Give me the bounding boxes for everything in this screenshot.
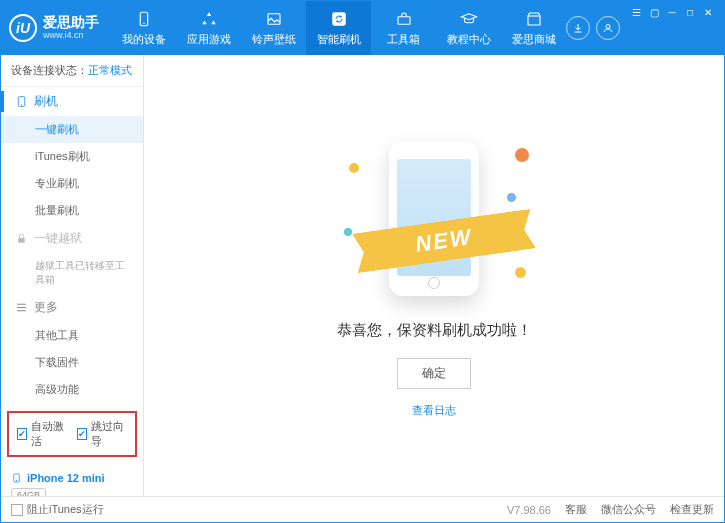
svg-rect-4 (398, 16, 410, 24)
version-label: V7.98.66 (507, 504, 551, 516)
nav-label: 工具箱 (387, 32, 420, 47)
main-nav: 我的设备 应用游戏 铃声壁纸 智能刷机 工具箱 教程中心 (111, 1, 566, 55)
device-name-row[interactable]: iPhone 12 mini (11, 471, 133, 485)
checkbox-icon (11, 504, 23, 516)
download-button[interactable] (566, 16, 590, 40)
nav-store[interactable]: 爱思商城 (501, 1, 566, 55)
check-icon: ✔ (17, 428, 27, 440)
svg-point-1 (143, 22, 145, 24)
sidebar-item-other-tools[interactable]: 其他工具 (1, 322, 143, 349)
svg-point-10 (16, 480, 17, 481)
app-url: www.i4.cn (43, 31, 99, 41)
nav-smart-flash[interactable]: 智能刷机 (306, 1, 371, 55)
nav-label: 智能刷机 (317, 32, 361, 47)
conn-label: 设备连接状态： (11, 64, 88, 76)
conn-value: 正常模式 (88, 64, 132, 76)
section-label: 一键越狱 (34, 230, 82, 247)
nav-ringtone-wallpaper[interactable]: 铃声壁纸 (241, 1, 306, 55)
svg-point-5 (606, 25, 610, 29)
svg-point-7 (21, 104, 22, 105)
sidebar-item-pro-flash[interactable]: 专业刷机 (1, 170, 143, 197)
graduation-icon (460, 10, 478, 28)
nav-label: 我的设备 (122, 32, 166, 47)
nav-toolbox[interactable]: 工具箱 (371, 1, 436, 55)
ok-button[interactable]: 确定 (397, 358, 471, 389)
nav-my-device[interactable]: 我的设备 (111, 1, 176, 55)
success-illustration: NEW (344, 133, 524, 303)
sidebar: 设备连接状态：正常模式 刷机 一键刷机 iTunes刷机 专业刷机 批量刷机 一… (1, 55, 144, 496)
device-phone-icon (11, 471, 22, 485)
checkbox-label: 跳过向导 (91, 419, 127, 449)
device-name: iPhone 12 mini (27, 472, 105, 484)
device-storage: 64GB (11, 488, 46, 496)
phone-icon (135, 10, 153, 28)
footer-check-update[interactable]: 检查更新 (670, 502, 714, 517)
sidebar-section-more[interactable]: 更多 (1, 293, 143, 322)
menu-icon[interactable]: ☰ (628, 5, 644, 19)
maximize-button[interactable]: □ (682, 5, 698, 19)
sidebar-item-download-firmware[interactable]: 下载固件 (1, 349, 143, 376)
sidebar-section-flash[interactable]: 刷机 (1, 87, 143, 116)
app-title: 爱思助手 (43, 15, 99, 30)
nav-apps-games[interactable]: 应用游戏 (176, 1, 241, 55)
logo-zone: iU 爱思助手 www.i4.cn (9, 14, 111, 42)
refresh-icon (330, 10, 348, 28)
toolbox-icon (395, 10, 413, 28)
view-log-link[interactable]: 查看日志 (412, 403, 456, 418)
check-icon: ✔ (77, 428, 87, 440)
nav-label: 应用游戏 (187, 32, 231, 47)
user-button[interactable] (596, 16, 620, 40)
sidebar-section-jailbreak[interactable]: 一键越狱 (1, 224, 143, 253)
nav-label: 教程中心 (447, 32, 491, 47)
connection-status: 设备连接状态：正常模式 (1, 55, 143, 87)
window-controls: ☰ ▢ ─ □ ✕ (628, 1, 716, 55)
sidebar-item-oneclick-flash[interactable]: 一键刷机 (1, 116, 143, 143)
logo-mark: iU (9, 14, 37, 42)
sidebar-item-advanced[interactable]: 高级功能 (1, 376, 143, 403)
svg-rect-8 (18, 238, 25, 243)
nav-tutorials[interactable]: 教程中心 (436, 1, 501, 55)
sidebar-item-batch-flash[interactable]: 批量刷机 (1, 197, 143, 224)
checkbox-skip-guide[interactable]: ✔ 跳过向导 (77, 419, 127, 449)
footer-wechat[interactable]: 微信公众号 (601, 502, 656, 517)
title-bar: iU 爱思助手 www.i4.cn 我的设备 应用游戏 铃声壁纸 智能刷机 (1, 1, 724, 55)
device-info: iPhone 12 mini 64GB Down-12mini-13,1 (1, 465, 143, 496)
minimize-button[interactable]: ─ (664, 5, 680, 19)
jailbreak-note: 越狱工具已转移至工具箱 (1, 253, 143, 293)
wallpaper-icon (265, 10, 283, 28)
checkbox-block-itunes[interactable]: 阻止iTunes运行 (11, 502, 104, 517)
nav-label: 铃声壁纸 (252, 32, 296, 47)
options-highlight: ✔ 自动激活 ✔ 跳过向导 (7, 411, 137, 457)
section-label: 更多 (34, 299, 58, 316)
section-label: 刷机 (34, 93, 58, 110)
status-bar: 阻止iTunes运行 V7.98.66 客服 微信公众号 检查更新 (1, 496, 724, 522)
apps-icon (200, 10, 218, 28)
close-button[interactable]: ✕ (700, 5, 716, 19)
main-content: NEW 恭喜您，保资料刷机成功啦！ 确定 查看日志 (144, 55, 724, 496)
svg-rect-3 (332, 12, 346, 26)
success-message: 恭喜您，保资料刷机成功啦！ (337, 321, 532, 340)
app-window: iU 爱思助手 www.i4.cn 我的设备 应用游戏 铃声壁纸 智能刷机 (0, 0, 725, 523)
checkbox-auto-activate[interactable]: ✔ 自动激活 (17, 419, 67, 449)
sidebar-item-itunes-flash[interactable]: iTunes刷机 (1, 143, 143, 170)
store-icon (525, 10, 543, 28)
nav-label: 爱思商城 (512, 32, 556, 47)
checkbox-label: 阻止iTunes运行 (27, 502, 104, 517)
skin-icon[interactable]: ▢ (646, 5, 662, 19)
checkbox-label: 自动激活 (31, 419, 67, 449)
footer-service[interactable]: 客服 (565, 502, 587, 517)
